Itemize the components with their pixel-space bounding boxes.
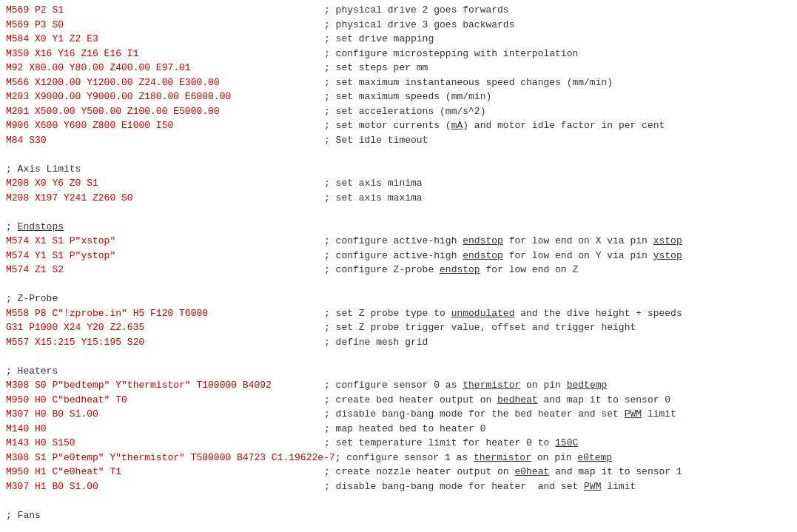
code-token: M308 S1 P"e0temp" Y"thermistor" T500000 … (6, 451, 335, 465)
line: ; Endstops (0, 220, 797, 235)
line: M308 S1 P"e0temp" Y"thermistor" T500000 … (0, 451, 797, 465)
comment-token: ; physical drive 2 goes forwards (324, 3, 509, 18)
code-token: M584 X0 Y1 Z2 E3 (6, 32, 324, 47)
code-token: M558 P8 C"!zprobe.in" H5 F120 T6000 (6, 306, 324, 321)
line (0, 205, 797, 220)
code-editor[interactable]: M569 P2 S1; physical drive 2 goes forwar… (0, 0, 797, 532)
code-token: M950 H0 C"bedheat" T0 (6, 393, 324, 408)
comment-token: ; physical drive 3 goes backwards (324, 18, 514, 33)
comment-token: ; set axis minima (324, 176, 423, 191)
comment-token: ; map heated bed to heater 0 (324, 422, 485, 437)
code-token: M84 S30 (6, 133, 324, 148)
line: M350 X16 Y16 Z16 E16 I1; configure micro… (0, 47, 797, 61)
comment-token: ; Set idle timeout (324, 133, 428, 148)
code-token: G31 P1000 X24 Y20 Z2.635 (6, 320, 324, 335)
comment-token: ; configure sensor 0 as thermistor on pi… (324, 378, 607, 393)
code-token: M92 X80.00 Y80.00 Z400.00 E97.01 (6, 61, 324, 75)
code-token: M203 X9000.00 Y9000.00 Z180.00 E6000.00 (6, 90, 324, 104)
line: M307 H1 B0 S1.00; disable bang-bang mode… (0, 479, 797, 494)
code-token: M307 H0 B0 S1.00 (6, 407, 324, 422)
line: M584 X0 Y1 Z2 E3; set drive mapping (0, 32, 797, 47)
comment-token: ; configure Z-probe endstop for low end … (324, 263, 578, 277)
line: M950 H1 C"e0heat" T1; create nozzle heat… (0, 465, 797, 479)
code-token: M350 X16 Y16 Z16 E16 I1 (6, 47, 324, 61)
comment-token: ; set drive mapping (324, 32, 434, 47)
comment-token: ; set axis maxima (324, 191, 423, 206)
line: M574 X1 S1 P"xstop"; configure active-hi… (0, 234, 797, 249)
code-token: M557 X15:215 Y15:195 S20 (6, 335, 324, 350)
code-token: M208 X0 Y6 Z0 S1 (6, 176, 324, 191)
code-token: M569 P2 S1 (6, 3, 324, 18)
comment-token: ; set motor currents (mA) and motor idle… (324, 118, 665, 133)
line: M557 X15:215 Y15:195 S20; define mesh gr… (0, 335, 797, 350)
code-token: M307 H1 B0 S1.00 (6, 479, 324, 494)
line (0, 349, 797, 364)
line: M203 X9000.00 Y9000.00 Z180.00 E6000.00;… (0, 90, 797, 104)
line: M569 P3 S0; physical drive 3 goes backwa… (0, 18, 797, 33)
line: ; Z-Probe (0, 292, 797, 306)
line: M558 P8 C"!zprobe.in" H5 F120 T6000; set… (0, 306, 797, 321)
comment-token: ; set accelerations (mm/s^2) (324, 104, 485, 119)
line: M201 X500.00 Y500.00 Z100.00 E5000.00; s… (0, 104, 797, 119)
line: M84 S30; Set idle timeout (0, 133, 797, 148)
line: M906 X600 Y600 Z800 E1000 I50; set motor… (0, 118, 797, 133)
comment-token: ; set Z probe trigger value, offset and … (324, 320, 636, 335)
line: M574 Z1 S2; configure Z-probe endstop fo… (0, 263, 797, 277)
line (0, 277, 797, 292)
comment-token: ; configure active-high endstop for low … (324, 234, 682, 249)
line (0, 494, 797, 508)
code-token: M140 H0 (6, 422, 324, 437)
code-token: M574 Z1 S2 (6, 263, 324, 277)
code-token: M569 P3 S0 (6, 18, 324, 33)
comment-token: ; configure active-high endstop for low … (324, 249, 682, 263)
code-token: M143 H0 S150 (6, 436, 324, 451)
comment-token: ; set Z probe type to unmodulated and th… (324, 306, 682, 321)
code-token: M566 X1200.00 Y1200.00 Z24.00 E300.00 (6, 75, 324, 90)
line: ; Fans (0, 508, 797, 523)
comment-token: ; create nozzle heater output on e0heat … (324, 465, 682, 479)
line: M208 X197 Y241 Z260 S0; set axis maxima (0, 191, 797, 206)
comment-token: ; set maximum speeds (mm/min) (324, 90, 491, 104)
line: G31 P1000 X24 Y20 Z2.635; set Z probe tr… (0, 320, 797, 335)
comment-token: ; configure sensor 1 as thermistor on pi… (335, 451, 612, 465)
line: M574 Y1 S1 P"ystop"; configure active-hi… (0, 249, 797, 263)
line: M307 H0 B0 S1.00; disable bang-bang mode… (0, 407, 797, 422)
line: M569 P2 S1; physical drive 2 goes forwar… (0, 3, 797, 18)
line: ; Heaters (0, 364, 797, 379)
code-token: M574 X1 S1 P"xstop" (6, 234, 324, 249)
comment-token: ; create bed heater output on bedheat an… (324, 393, 670, 408)
comment-token: ; disable bang-bang mode for the bed hea… (324, 407, 676, 422)
comment-token: ; configure microstepping with interpola… (324, 47, 578, 61)
line: ; Axis Limits (0, 162, 797, 177)
line: M950 H0 C"bedheat" T0; create bed heater… (0, 393, 797, 408)
comment-token: ; set maximum instantaneous speed change… (324, 75, 613, 90)
comment-token: ; set steps per mm (324, 61, 428, 75)
comment-token: ; define mesh grid (324, 335, 428, 350)
line: M308 S0 P"bedtemp" Y"thermistor" T100000… (0, 378, 797, 393)
code-token: M950 H1 C"e0heat" T1 (6, 465, 324, 479)
line: M92 X80.00 Y80.00 Z400.00 E97.01; set st… (0, 61, 797, 75)
line: M140 H0; map heated bed to heater 0 (0, 422, 797, 437)
line: M143 H0 S150; set temperature limit for … (0, 436, 797, 451)
code-token: M574 Y1 S1 P"ystop" (6, 249, 324, 263)
code-token: M208 X197 Y241 Z260 S0 (6, 191, 324, 206)
comment-token: ; disable bang-bang mode for heater and … (324, 479, 636, 494)
code-token: M308 S0 P"bedtemp" Y"thermistor" T100000… (6, 378, 324, 393)
line: M566 X1200.00 Y1200.00 Z24.00 E300.00; s… (0, 75, 797, 90)
code-token: M906 X600 Y600 Z800 E1000 I50 (6, 118, 324, 133)
line (0, 147, 797, 162)
code-token: M201 X500.00 Y500.00 Z100.00 E5000.00 (6, 104, 324, 119)
comment-token: ; set temperature limit for heater 0 to … (324, 436, 578, 451)
line: M208 X0 Y6 Z0 S1; set axis minima (0, 176, 797, 191)
